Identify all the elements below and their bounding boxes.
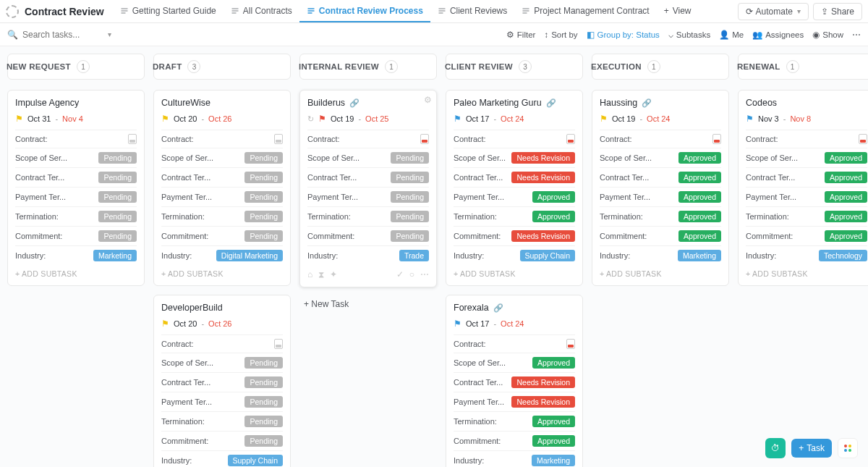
field-value-tag[interactable]: Approved	[678, 211, 721, 222]
field-value-tag[interactable]: Approved	[678, 172, 721, 183]
field-value-tag[interactable]: Pending	[244, 357, 283, 369]
field-value-tag[interactable]: Pending	[244, 191, 283, 203]
task-card[interactable]: DeveloperBuild⚑Oct 20-Oct 26Contract:Sco…	[153, 295, 291, 467]
tag-icon[interactable]: ⌂	[307, 269, 312, 279]
add-subtask-button[interactable]: + ADD SUBTASK	[15, 269, 137, 278]
add-subtask-button[interactable]: + ADD SUBTASK	[746, 269, 867, 278]
flag-icon[interactable]: ⚑	[454, 114, 461, 124]
view-tab[interactable]: Contract Review Process	[299, 0, 430, 22]
task-card[interactable]: Codeos⚑Nov 3-Nov 8Contract:Scope of Ser.…	[738, 90, 868, 286]
automate-button[interactable]: ⟳ Automate ▾	[738, 3, 809, 20]
new-task-button[interactable]: +Task	[791, 439, 832, 458]
task-card[interactable]: Builderus 🔗⚙↻⚑Oct 19-Oct 25Contract:Scop…	[299, 90, 437, 287]
field-value-tag[interactable]: Pending	[391, 211, 429, 222]
flag-icon[interactable]: ⚑	[161, 319, 169, 329]
hourglass-icon[interactable]: ⧗	[318, 269, 324, 279]
column-header[interactable]: CLIENT REVIEW3	[446, 54, 583, 80]
add-view-button[interactable]: +View	[657, 0, 699, 22]
document-icon[interactable]	[128, 134, 137, 144]
field-value-tag[interactable]: Pending	[244, 396, 283, 408]
field-value-tag[interactable]: Pending	[244, 435, 283, 447]
flag-icon[interactable]: ⚑	[600, 114, 608, 124]
document-icon[interactable]	[274, 339, 283, 349]
field-value-tag[interactable]: Approved	[825, 230, 867, 242]
document-icon[interactable]	[566, 134, 575, 144]
field-value-tag[interactable]: Pending	[391, 172, 429, 183]
field-value-tag[interactable]: Needs Revision	[511, 172, 575, 183]
more-icon[interactable]: ⋯	[420, 269, 429, 279]
check-icon[interactable]: ✓	[396, 269, 404, 279]
gear-icon[interactable]: ⚙	[424, 95, 432, 105]
field-value-tag[interactable]: Pending	[244, 416, 283, 427]
document-icon[interactable]	[566, 339, 575, 349]
field-value-tag[interactable]: Pending	[98, 152, 137, 164]
field-value-tag[interactable]: Pending	[244, 376, 283, 388]
field-value-tag[interactable]: Pending	[98, 211, 137, 222]
filter-button[interactable]: ⚙Filter	[506, 30, 536, 40]
flag-icon[interactable]: ⚑	[746, 114, 754, 124]
field-value-tag[interactable]: Needs Revision	[511, 152, 575, 164]
view-tab[interactable]: Project Management Contract	[514, 0, 656, 22]
task-card[interactable]: Paleo Marketing Guru 🔗⚑Oct 17-Oct 24Cont…	[446, 90, 583, 286]
subtasks-button[interactable]: ⌵Subtasks	[668, 30, 710, 40]
field-value-tag[interactable]: Supply Chain	[228, 455, 283, 466]
document-icon[interactable]	[274, 134, 283, 144]
field-value-tag[interactable]: Technology	[819, 250, 867, 261]
field-value-tag[interactable]: Approved	[825, 152, 867, 164]
document-icon[interactable]	[420, 134, 429, 144]
column-header[interactable]: DRAFT3	[153, 54, 291, 80]
field-value-tag[interactable]: Approved	[678, 230, 721, 242]
view-tab[interactable]: Getting Started Guide	[113, 0, 224, 22]
field-value-tag[interactable]: Pending	[98, 191, 137, 203]
field-value-tag[interactable]: Approved	[532, 357, 575, 369]
field-value-tag[interactable]: Marketing	[532, 455, 575, 466]
chevron-down-icon[interactable]: ▾	[108, 30, 111, 38]
field-value-tag[interactable]: Approved	[532, 416, 575, 427]
add-subtask-button[interactable]: + ADD SUBTASK	[161, 269, 283, 278]
field-value-tag[interactable]: Pending	[98, 172, 137, 183]
sparkle-icon[interactable]: ✦	[330, 269, 337, 279]
column-header[interactable]: INTERNAL REVIEW1	[299, 54, 437, 80]
task-card[interactable]: Impulse Agency⚑Oct 31-Nov 4Contract:Scop…	[7, 90, 145, 286]
add-subtask-button[interactable]: + ADD SUBTASK	[600, 269, 721, 278]
timer-button[interactable]: ⏱	[765, 438, 786, 458]
field-value-tag[interactable]: Approved	[532, 191, 575, 203]
column-header[interactable]: EXECUTION1	[592, 54, 729, 80]
task-card[interactable]: Forexala 🔗⚑Oct 17-Oct 24Contract:Scope o…	[446, 295, 583, 467]
add-subtask-button[interactable]: + ADD SUBTASK	[454, 269, 575, 278]
me-button[interactable]: 👤Me	[719, 30, 744, 40]
circle-icon[interactable]: ○	[409, 269, 414, 279]
field-value-tag[interactable]: Pending	[98, 230, 137, 242]
document-icon[interactable]	[712, 134, 721, 144]
flag-icon[interactable]: ⚑	[161, 114, 169, 124]
sort-button[interactable]: ↕Sort by	[544, 30, 577, 39]
view-tab[interactable]: All Contracts	[224, 0, 299, 22]
field-value-tag[interactable]: Pending	[391, 230, 429, 242]
field-value-tag[interactable]: Approved	[825, 191, 867, 203]
field-value-tag[interactable]: Supply Chain	[520, 250, 575, 261]
task-card[interactable]: CultureWise⚑Oct 20-Oct 26Contract:Scope …	[153, 90, 291, 286]
field-value-tag[interactable]: Digital Marketing	[216, 250, 283, 261]
field-value-tag[interactable]: Approved	[532, 211, 575, 222]
field-value-tag[interactable]: Needs Revision	[511, 376, 575, 388]
field-value-tag[interactable]: Pending	[244, 211, 283, 222]
flag-icon[interactable]: ⚑	[15, 114, 23, 124]
field-value-tag[interactable]: Approved	[825, 172, 867, 183]
field-value-tag[interactable]: Pending	[391, 191, 429, 203]
field-value-tag[interactable]: Marketing	[678, 250, 721, 261]
share-button[interactable]: ⇪ Share	[813, 3, 862, 20]
search-input[interactable]	[22, 30, 102, 40]
apps-button[interactable]	[838, 438, 858, 458]
field-value-tag[interactable]: Trade	[399, 250, 429, 261]
column-header[interactable]: NEW REQUEST1	[7, 54, 145, 80]
view-tab[interactable]: Client Reviews	[430, 0, 514, 22]
field-value-tag[interactable]: Needs Revision	[511, 230, 575, 242]
field-value-tag[interactable]: Approved	[678, 191, 721, 203]
field-value-tag[interactable]: Approved	[532, 435, 575, 447]
more-button[interactable]: ⋯	[852, 30, 861, 40]
document-icon[interactable]	[859, 134, 867, 144]
flag-icon[interactable]: ⚑	[454, 319, 461, 329]
field-value-tag[interactable]: Pending	[244, 152, 283, 164]
assignees-button[interactable]: 👥Assignees	[752, 30, 804, 40]
field-value-tag[interactable]: Pending	[244, 172, 283, 183]
